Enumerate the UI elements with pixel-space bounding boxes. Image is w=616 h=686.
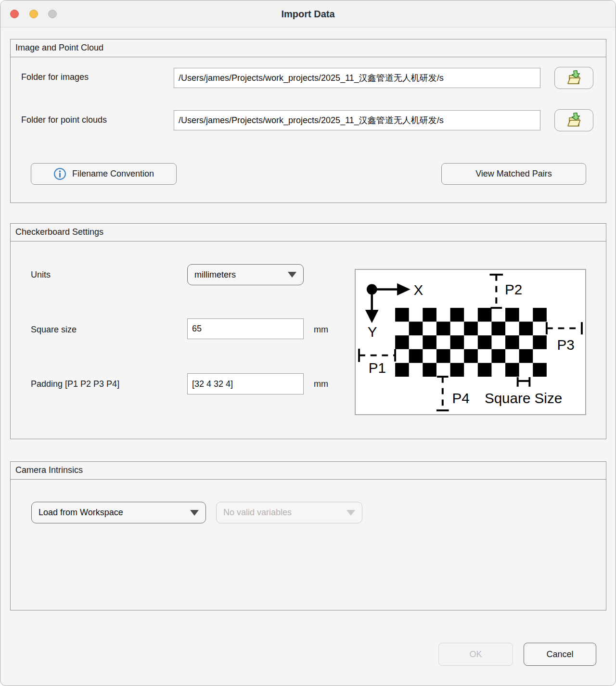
- chevron-down-icon: [346, 510, 355, 516]
- square-size-label: Square size: [31, 325, 77, 335]
- y-axis-label: Y: [368, 324, 377, 340]
- group-title: Camera Intrinsics: [11, 462, 606, 480]
- import-data-dialog: Import Data Image and Point Cloud Folder…: [0, 0, 616, 686]
- info-icon: [53, 167, 66, 180]
- checkerboard-pattern: [395, 308, 547, 377]
- padding-label: Padding [P1 P2 P3 P4]: [31, 379, 119, 389]
- filename-convention-button[interactable]: Filename Convention: [31, 163, 177, 185]
- intrinsics-source-dropdown[interactable]: Load from Workspace: [31, 502, 206, 523]
- y-axis-arrow-icon: [365, 310, 379, 323]
- p4-label: P4: [452, 390, 470, 406]
- ok-button: OK: [438, 643, 513, 666]
- units-dropdown-value: millimeters: [194, 270, 236, 280]
- square-size-diagram-label: Square Size: [485, 390, 562, 406]
- group-image-point-cloud: Image and Point Cloud Folder for images …: [10, 39, 606, 203]
- p2-label: P2: [505, 281, 522, 297]
- cancel-button[interactable]: Cancel: [524, 643, 596, 666]
- x-axis-arrow-icon: [397, 283, 411, 296]
- padding-input[interactable]: [187, 373, 304, 394]
- intrinsics-source-value: Load from Workspace: [38, 508, 123, 518]
- view-matched-pairs-button[interactable]: View Matched Pairs: [441, 163, 586, 185]
- intrinsics-variable-dropdown: No valid variables: [216, 502, 362, 523]
- browse-point-clouds-button[interactable]: [554, 109, 593, 131]
- group-title: Checkerboard Settings: [11, 224, 606, 241]
- filename-convention-label: Filename Convention: [72, 169, 154, 179]
- view-matched-pairs-label: View Matched Pairs: [475, 169, 552, 179]
- folder-images-input[interactable]: [174, 68, 540, 88]
- open-folder-icon: [566, 113, 582, 128]
- chevron-down-icon: [288, 272, 296, 278]
- p1-label: P1: [369, 360, 386, 376]
- browse-images-button[interactable]: [554, 67, 593, 89]
- window-title: Import Data: [0, 0, 616, 27]
- group-camera-intrinsics: Camera Intrinsics Load from Workspace No…: [10, 461, 606, 610]
- titlebar: Import Data: [0, 0, 616, 27]
- group-checkerboard-settings: Checkerboard Settings Units millimeters …: [10, 223, 606, 439]
- cancel-button-label: Cancel: [546, 649, 573, 660]
- group-title: Image and Point Cloud: [11, 39, 606, 57]
- p3-label: P3: [557, 337, 575, 353]
- x-axis-label: X: [414, 282, 424, 298]
- units-label: Units: [31, 270, 51, 280]
- square-size-unit: mm: [314, 325, 328, 335]
- checkerboard-diagram-svg: X Y P2 P3 P1: [356, 270, 585, 414]
- folder-images-label: Folder for images: [21, 72, 89, 82]
- ok-button-label: OK: [469, 649, 482, 660]
- folder-point-clouds-label: Folder for point clouds: [21, 115, 107, 125]
- padding-unit: mm: [314, 379, 328, 389]
- chevron-down-icon: [190, 510, 199, 516]
- square-size-input[interactable]: [187, 318, 304, 339]
- folder-point-clouds-input[interactable]: [174, 110, 540, 130]
- units-dropdown[interactable]: millimeters: [187, 264, 304, 285]
- open-folder-icon: [566, 70, 582, 86]
- intrinsics-variable-value: No valid variables: [223, 508, 292, 518]
- checkerboard-diagram: X Y P2 P3 P1: [355, 269, 586, 415]
